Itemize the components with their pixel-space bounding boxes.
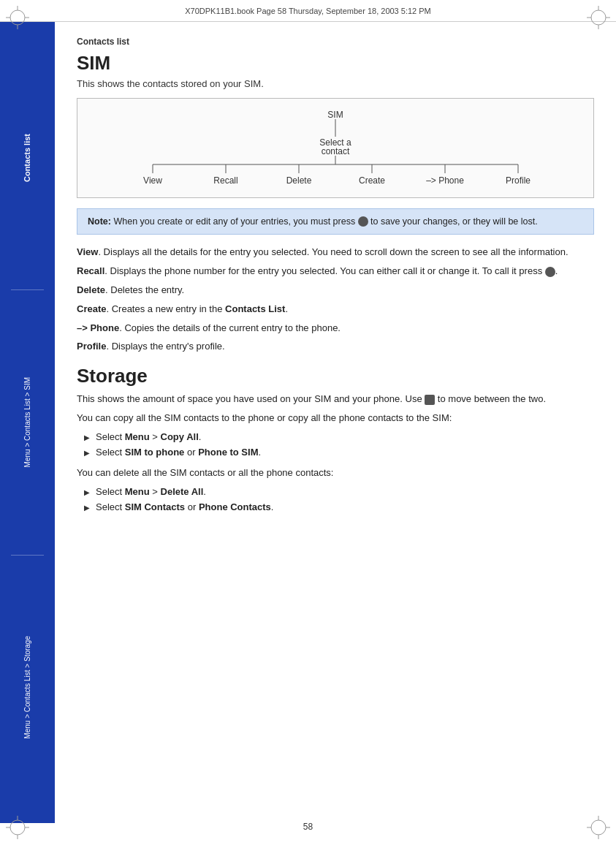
svg-text:Create: Create	[359, 175, 385, 186]
sim-diagram-svg: SIM Select a contact View Recall Delete …	[85, 107, 586, 188]
section-header: Contacts list	[77, 37, 594, 47]
phone-desc: . Copies the details of the current entr…	[119, 322, 341, 333]
svg-text:Profile: Profile	[506, 175, 531, 186]
delete-step-2: Select SIM Contacts or Phone Contacts.	[84, 500, 594, 515]
delete-paragraph: Delete. Deletes the entry.	[77, 283, 594, 298]
storage-heading: Storage	[77, 365, 594, 387]
svg-text:Delete: Delete	[286, 175, 312, 186]
svg-text:–> Phone: –> Phone	[426, 175, 464, 186]
corner-bl	[4, 814, 31, 841]
storage-intro-text2: to move between the two.	[435, 393, 546, 404]
create-desc2: .	[285, 303, 288, 314]
note-text: to save your changes, or they will be lo…	[368, 216, 538, 227]
profile-desc: . Displays the entry's profile.	[106, 341, 224, 352]
sidebar-label-contacts: Contacts list	[22, 134, 32, 182]
top-bar-text: X70DPK11B1.book Page 58 Thursday, Septem…	[185, 7, 431, 15]
delete-steps-list: Select Menu > Delete All. Select SIM Con…	[84, 485, 594, 515]
svg-text:View: View	[143, 175, 162, 186]
view-label: View	[77, 246, 98, 257]
sidebar-divider-2	[11, 555, 44, 556]
view-desc: . Displays all the details for the entry…	[98, 246, 568, 257]
profile-paragraph: Profile. Displays the entry's profile.	[77, 339, 594, 355]
copy-steps-list: Select Menu > Copy All. Select SIM to ph…	[84, 430, 594, 461]
storage-intro: This shows the amount of space you have …	[77, 392, 594, 407]
sim-heading: SIM	[77, 53, 594, 74]
delete-desc: . Deletes the entry.	[105, 284, 184, 295]
sim-diagram-sim-label: SIM	[327, 110, 343, 120]
svg-text:contact: contact	[322, 146, 350, 156]
corner-br	[585, 814, 612, 841]
note-icon	[358, 216, 368, 227]
corner-tl	[4, 4, 31, 31]
recall-desc2: .	[555, 265, 558, 276]
sim-diagram-container: SIM Select a contact View Recall Delete …	[77, 98, 594, 198]
main-content: Contacts list SIM This shows the contact…	[55, 22, 616, 823]
top-bar: X70DPK11B1.book Page 58 Thursday, Septem…	[0, 0, 616, 22]
svg-point-32	[591, 820, 606, 835]
svg-point-17	[10, 10, 25, 25]
page-number: 58	[0, 822, 616, 832]
create-label: Create	[77, 303, 106, 314]
sidebar-section-3: Menu > Contacts List > Storage	[0, 559, 55, 816]
note-box: Note: When you create or edit any of you…	[77, 208, 594, 235]
note-label: Note: When you create or edit any of you…	[88, 216, 358, 227]
sidebar: Contacts list Menu > Contacts List > SIM…	[0, 22, 55, 823]
corner-tr	[585, 4, 612, 31]
copy-step-1: Select Menu > Copy All.	[84, 430, 594, 445]
sidebar-section-1: Contacts list	[0, 29, 55, 286]
storage-intro-text: This shows the amount of space you have …	[77, 393, 425, 404]
profile-label: Profile	[77, 341, 106, 352]
copy-intro: You can copy all the SIM contacts to the…	[77, 411, 594, 426]
phone-paragraph: –> Phone. Copies the details of the curr…	[77, 321, 594, 336]
delete-label: Delete	[77, 284, 105, 295]
delete-intro: You can delete all the SIM contacts or a…	[77, 466, 594, 481]
create-contacts-label: Contacts List	[225, 303, 285, 314]
create-paragraph: Create. Creates a new entry in the Conta…	[77, 302, 594, 317]
svg-point-22	[591, 10, 606, 25]
sim-intro: This shows the contacts stored on your S…	[77, 78, 594, 89]
recall-icon	[545, 267, 555, 277]
delete-step-1: Select Menu > Delete All.	[84, 485, 594, 500]
create-desc: . Creates a new entry in the	[106, 303, 225, 314]
view-paragraph: View. Displays all the details for the e…	[77, 245, 594, 260]
copy-step-2: Select SIM to phone or Phone to SIM.	[84, 445, 594, 461]
sidebar-label-storage: Menu > Contacts List > Storage	[23, 636, 32, 739]
recall-label: Recall	[77, 265, 104, 276]
sidebar-label-sim: Menu > Contacts List > SIM	[23, 377, 32, 467]
phone-label: –> Phone	[77, 322, 119, 333]
svg-text:Recall: Recall	[213, 175, 237, 186]
recall-desc: . Displays the phone number for the entr…	[104, 265, 544, 276]
sidebar-divider-1	[11, 289, 44, 290]
sidebar-section-2: Menu > Contacts List > SIM	[0, 294, 55, 550]
recall-paragraph: Recall. Displays the phone number for th…	[77, 264, 594, 279]
storage-icon	[425, 395, 435, 405]
svg-point-27	[10, 820, 25, 835]
